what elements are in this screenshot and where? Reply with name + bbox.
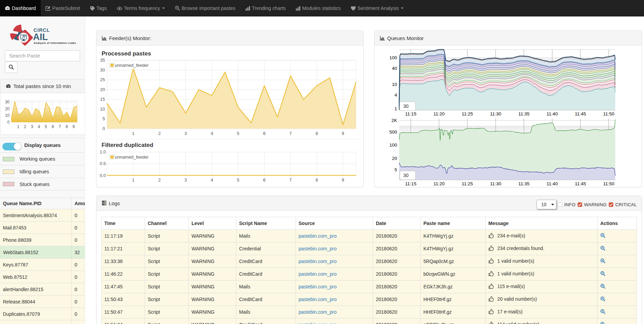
svg-text:1: 1 (132, 177, 134, 183)
svg-text:4: 4 (211, 177, 213, 183)
svg-text:10: 10 (5, 113, 10, 118)
svg-text:11:35: 11:35 (518, 111, 529, 116)
svg-text:40: 40 (392, 66, 397, 71)
svg-text:5: 5 (237, 177, 239, 183)
svg-text:1: 1 (394, 106, 397, 111)
svg-text:11:40: 11:40 (547, 181, 558, 186)
svg-text:15: 15 (100, 97, 105, 102)
svg-text:30: 30 (5, 100, 10, 104)
svg-text:1: 1 (132, 131, 134, 136)
svg-text:11:30: 11:30 (490, 111, 501, 116)
svg-text:0.0: 0.0 (100, 173, 106, 178)
svg-text:4: 4 (211, 131, 213, 136)
svg-text:2K: 2K (391, 118, 397, 123)
svg-text:2: 2 (158, 131, 161, 136)
svg-text:11:20: 11:20 (433, 111, 445, 116)
svg-text:11:20: 11:20 (433, 181, 445, 186)
svg-text:8: 8 (315, 131, 318, 136)
svg-text:500: 500 (389, 129, 397, 135)
svg-text:30: 30 (403, 103, 409, 109)
svg-text:4: 4 (38, 124, 40, 129)
svg-text:5: 5 (45, 124, 47, 129)
svg-text:11:35: 11:35 (518, 181, 529, 186)
svg-text:1.0: 1.0 (100, 150, 106, 154)
svg-text:11:15: 11:15 (405, 111, 417, 116)
svg-text:6: 6 (52, 124, 54, 129)
svg-text:4: 4 (394, 92, 397, 98)
svg-text:11:50: 11:50 (603, 111, 615, 116)
svg-text:11:40: 11:40 (547, 111, 558, 116)
svg-text:20: 20 (392, 156, 397, 161)
svg-text:10: 10 (100, 107, 105, 112)
svg-text:3: 3 (184, 177, 187, 183)
svg-text:100: 100 (389, 55, 397, 60)
svg-text:35: 35 (100, 59, 105, 63)
svg-text:6: 6 (263, 177, 265, 183)
svg-text:0: 0 (7, 120, 10, 125)
svg-text:8: 8 (66, 124, 68, 129)
svg-text:1: 1 (17, 124, 19, 129)
svg-text:9: 9 (342, 131, 344, 136)
svg-text:AIL: AIL (33, 32, 48, 42)
svg-text:8: 8 (315, 177, 318, 183)
svg-text:unnamed_feeder: unnamed_feeder (115, 154, 149, 160)
svg-text:7: 7 (289, 177, 292, 183)
svg-text:11:45: 11:45 (575, 111, 586, 116)
svg-text:2: 2 (158, 177, 161, 183)
svg-text:5: 5 (394, 167, 397, 172)
svg-text:2: 2 (24, 124, 26, 129)
svg-text:11:25: 11:25 (462, 111, 473, 116)
svg-text:9: 9 (73, 124, 75, 129)
svg-text:7: 7 (289, 131, 292, 136)
svg-text:5: 5 (103, 116, 105, 121)
svg-text:0.5: 0.5 (100, 161, 106, 166)
svg-text:11:30: 11:30 (490, 181, 501, 186)
svg-text:unnamed_feeder: unnamed_feeder (115, 63, 149, 68)
svg-text:11:50: 11:50 (603, 181, 615, 186)
svg-text:25: 25 (100, 77, 105, 82)
svg-text:10: 10 (392, 82, 397, 87)
svg-text:20: 20 (5, 107, 10, 111)
svg-text:0: 0 (103, 126, 105, 131)
svg-text:7: 7 (58, 124, 61, 129)
svg-text:Analysis of Information Leaks: Analysis of Information Leaks (34, 41, 76, 45)
svg-text:5: 5 (237, 131, 239, 136)
svg-text:3: 3 (184, 131, 187, 136)
svg-text:11:25: 11:25 (462, 181, 473, 186)
svg-text:20: 20 (100, 87, 105, 92)
svg-text:30: 30 (403, 173, 409, 178)
svg-text:30: 30 (100, 67, 105, 73)
svg-text:100: 100 (389, 142, 397, 148)
svg-text:3: 3 (31, 124, 33, 129)
svg-text:11:15: 11:15 (405, 181, 417, 186)
svg-text:11:45: 11:45 (575, 181, 586, 186)
svg-text:9: 9 (342, 177, 344, 183)
svg-text:6: 6 (263, 131, 265, 136)
